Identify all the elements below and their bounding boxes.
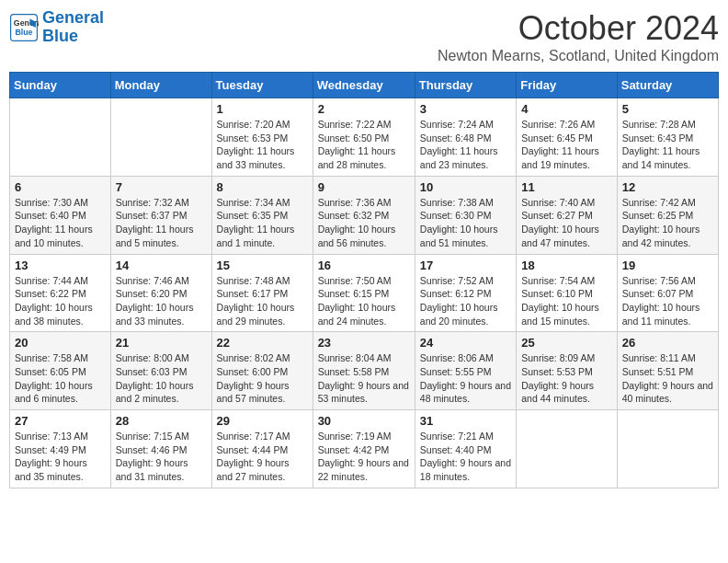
day-number: 16 [318,259,410,272]
day-info: Sunrise: 7:40 AM Sunset: 6:27 PM Dayligh… [521,196,612,250]
day-info: Sunrise: 7:54 AM Sunset: 6:10 PM Dayligh… [521,274,612,328]
day-number: 9 [318,180,410,194]
day-info: Sunrise: 7:52 AM Sunset: 6:12 PM Dayligh… [420,274,511,328]
day-info: Sunrise: 7:48 AM Sunset: 6:17 PM Dayligh… [217,274,308,328]
day-info: Sunrise: 8:11 AM Sunset: 5:51 PM Dayligh… [622,351,713,406]
title-block: October 2024 Newton Mearns, Scotland, Un… [438,9,719,64]
calendar-container: General Blue General Blue October 2024 N… [9,9,719,488]
day-number: 10 [420,180,511,194]
day-cell: 23Sunrise: 8:04 AM Sunset: 5:58 PM Dayli… [313,332,415,410]
day-info: Sunrise: 8:02 AM Sunset: 6:00 PM Dayligh… [217,351,308,406]
day-number: 2 [318,102,410,116]
day-cell: 21Sunrise: 8:00 AM Sunset: 6:03 PM Dayli… [110,332,211,410]
day-cell: 25Sunrise: 8:09 AM Sunset: 5:53 PM Dayli… [517,332,618,410]
day-number: 22 [217,336,308,350]
day-info: Sunrise: 7:24 AM Sunset: 6:48 PM Dayligh… [420,118,511,172]
day-number: 11 [521,180,612,194]
location-title: Newton Mearns, Scotland, United Kingdom [438,48,719,64]
day-info: Sunrise: 7:28 AM Sunset: 6:43 PM Dayligh… [622,118,713,172]
calendar-table: SundayMondayTuesdayWednesdayThursdayFrid… [9,72,719,488]
day-cell: 4Sunrise: 7:26 AM Sunset: 6:45 PM Daylig… [517,98,618,177]
week-row-5: 27Sunrise: 7:13 AM Sunset: 4:49 PM Dayli… [10,410,719,488]
day-info: Sunrise: 7:56 AM Sunset: 6:07 PM Dayligh… [622,274,713,328]
day-number: 8 [217,180,308,194]
day-info: Sunrise: 7:50 AM Sunset: 6:15 PM Dayligh… [318,274,410,328]
week-row-1: 1Sunrise: 7:20 AM Sunset: 6:53 PM Daylig… [10,98,719,177]
day-info: Sunrise: 7:38 AM Sunset: 6:30 PM Dayligh… [420,196,511,250]
day-cell: 27Sunrise: 7:13 AM Sunset: 4:49 PM Dayli… [10,410,111,488]
day-number: 3 [420,102,511,116]
day-info: Sunrise: 7:44 AM Sunset: 6:22 PM Dayligh… [15,274,106,328]
day-info: Sunrise: 7:13 AM Sunset: 4:49 PM Dayligh… [15,430,106,484]
day-cell: 3Sunrise: 7:24 AM Sunset: 6:48 PM Daylig… [415,98,516,177]
day-number: 19 [622,259,713,272]
logo-text-line1: General [42,9,104,28]
day-cell: 11Sunrise: 7:40 AM Sunset: 6:27 PM Dayli… [517,176,618,254]
day-number: 7 [116,180,207,194]
day-info: Sunrise: 7:17 AM Sunset: 4:44 PM Dayligh… [217,430,308,484]
day-info: Sunrise: 7:30 AM Sunset: 6:40 PM Dayligh… [15,196,106,250]
day-info: Sunrise: 7:36 AM Sunset: 6:32 PM Dayligh… [318,196,410,250]
header-cell-friday: Friday [517,73,618,98]
day-number: 31 [420,414,511,428]
logo-icon: General Blue [9,13,39,42]
header-cell-wednesday: Wednesday [313,73,415,98]
day-cell [110,98,211,177]
day-info: Sunrise: 7:20 AM Sunset: 6:53 PM Dayligh… [217,118,308,172]
day-info: Sunrise: 7:15 AM Sunset: 4:46 PM Dayligh… [116,430,207,484]
header: General Blue General Blue October 2024 N… [9,9,719,64]
day-number: 18 [521,259,612,272]
day-cell: 15Sunrise: 7:48 AM Sunset: 6:17 PM Dayli… [211,254,313,332]
day-cell: 8Sunrise: 7:34 AM Sunset: 6:35 PM Daylig… [211,176,313,254]
header-cell-thursday: Thursday [415,73,516,98]
day-cell: 6Sunrise: 7:30 AM Sunset: 6:40 PM Daylig… [10,176,111,254]
day-number: 21 [116,336,207,350]
day-cell: 22Sunrise: 8:02 AM Sunset: 6:00 PM Dayli… [211,332,313,410]
day-cell: 1Sunrise: 7:20 AM Sunset: 6:53 PM Daylig… [211,98,313,177]
day-cell [617,410,718,488]
day-number: 29 [217,414,308,428]
day-info: Sunrise: 7:19 AM Sunset: 4:42 PM Dayligh… [318,430,410,484]
day-info: Sunrise: 7:21 AM Sunset: 4:40 PM Dayligh… [420,430,511,484]
header-cell-tuesday: Tuesday [211,73,313,98]
day-cell: 10Sunrise: 7:38 AM Sunset: 6:30 PM Dayli… [415,176,516,254]
day-cell: 18Sunrise: 7:54 AM Sunset: 6:10 PM Dayli… [517,254,618,332]
day-cell: 12Sunrise: 7:42 AM Sunset: 6:25 PM Dayli… [617,176,718,254]
day-number: 24 [420,336,511,350]
day-cell: 24Sunrise: 8:06 AM Sunset: 5:55 PM Dayli… [415,332,516,410]
svg-text:Blue: Blue [15,28,32,37]
day-cell: 9Sunrise: 7:36 AM Sunset: 6:32 PM Daylig… [313,176,415,254]
day-number: 30 [318,414,410,428]
day-info: Sunrise: 7:46 AM Sunset: 6:20 PM Dayligh… [116,274,207,328]
month-title: October 2024 [438,9,719,48]
day-cell: 16Sunrise: 7:50 AM Sunset: 6:15 PM Dayli… [313,254,415,332]
day-info: Sunrise: 8:04 AM Sunset: 5:58 PM Dayligh… [318,351,410,406]
day-cell: 20Sunrise: 7:58 AM Sunset: 6:05 PM Dayli… [10,332,111,410]
day-cell: 5Sunrise: 7:28 AM Sunset: 6:43 PM Daylig… [617,98,718,177]
day-cell: 14Sunrise: 7:46 AM Sunset: 6:20 PM Dayli… [110,254,211,332]
day-number: 17 [420,259,511,272]
header-cell-saturday: Saturday [617,73,718,98]
day-cell: 13Sunrise: 7:44 AM Sunset: 6:22 PM Dayli… [10,254,111,332]
day-cell: 19Sunrise: 7:56 AM Sunset: 6:07 PM Dayli… [617,254,718,332]
day-info: Sunrise: 8:00 AM Sunset: 6:03 PM Dayligh… [116,351,207,406]
day-info: Sunrise: 8:09 AM Sunset: 5:53 PM Dayligh… [521,351,612,406]
day-number: 26 [622,336,713,350]
day-number: 12 [622,180,713,194]
day-number: 15 [217,259,308,272]
day-cell [517,410,618,488]
day-info: Sunrise: 7:58 AM Sunset: 6:05 PM Dayligh… [15,351,106,406]
header-cell-sunday: Sunday [10,73,111,98]
day-cell [10,98,111,177]
day-info: Sunrise: 7:22 AM Sunset: 6:50 PM Dayligh… [318,118,410,172]
day-info: Sunrise: 7:26 AM Sunset: 6:45 PM Dayligh… [521,118,612,172]
day-number: 14 [116,259,207,272]
day-number: 25 [521,336,612,350]
day-cell: 29Sunrise: 7:17 AM Sunset: 4:44 PM Dayli… [211,410,313,488]
day-number: 5 [622,102,713,116]
day-number: 13 [15,259,106,272]
day-number: 1 [217,102,308,116]
day-cell: 17Sunrise: 7:52 AM Sunset: 6:12 PM Dayli… [415,254,516,332]
day-cell: 28Sunrise: 7:15 AM Sunset: 4:46 PM Dayli… [110,410,211,488]
day-cell: 31Sunrise: 7:21 AM Sunset: 4:40 PM Dayli… [415,410,516,488]
